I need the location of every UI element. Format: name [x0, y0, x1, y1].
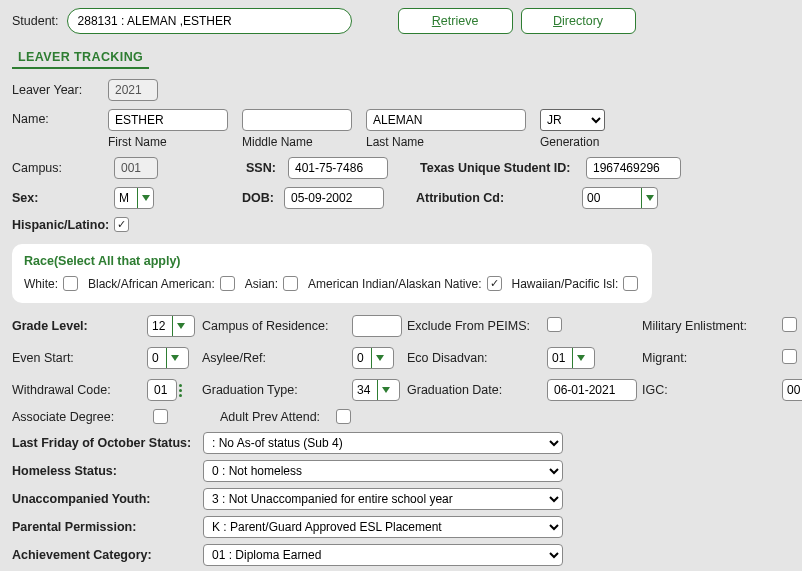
campusres-field[interactable]	[352, 315, 402, 337]
graddate-label: Graduation Date:	[407, 383, 547, 397]
asylee-label: Asylee/Ref:	[202, 351, 352, 365]
dob-field[interactable]	[284, 187, 384, 209]
name-label: Name:	[12, 109, 108, 126]
evenstart-label: Even Start:	[12, 351, 147, 365]
pacific-checkbox[interactable]	[623, 276, 638, 291]
unaccyouth-select[interactable]: 3 : Not Unaccompanied for entire school …	[203, 488, 563, 510]
retrieve-button[interactable]: Retrieve	[398, 8, 513, 34]
migrant-checkbox[interactable]	[782, 349, 797, 364]
generation-caption: Generation	[540, 135, 605, 149]
native-label: American Indian/Alaskan Native:	[308, 277, 481, 291]
evenstart-dropdown[interactable]	[147, 347, 189, 369]
attrcd-dropdown[interactable]	[582, 187, 658, 209]
adultprev-checkbox[interactable]	[336, 409, 351, 424]
chevron-down-icon[interactable]	[166, 348, 182, 368]
unaccyouth-label: Unaccompanied Youth:	[12, 492, 197, 506]
leaver-year-field	[108, 79, 158, 101]
generation-select[interactable]: JR	[540, 109, 605, 131]
txid-label: Texas Unique Student ID:	[420, 161, 580, 175]
first-name-caption: First Name	[108, 135, 228, 149]
white-label: White:	[24, 277, 58, 291]
lastfriday-label: Last Friday of October Status:	[12, 436, 197, 450]
race-title: Race(Select All that apply)	[24, 254, 640, 268]
ssn-field[interactable]	[288, 157, 388, 179]
assoc-label: Associate Degree:	[12, 410, 147, 424]
chevron-down-icon[interactable]	[172, 316, 188, 336]
tab-leaver-tracking[interactable]: LEAVER TRACKING	[12, 46, 149, 69]
first-name-field[interactable]	[108, 109, 228, 131]
chevron-down-icon[interactable]	[371, 348, 387, 368]
withdrawal-label: Withdrawal Code:	[12, 383, 147, 397]
igc-label: IGC:	[642, 383, 782, 397]
mil-enlist-label: Military Enlistment:	[642, 319, 782, 333]
native-checkbox[interactable]: ✓	[487, 276, 502, 291]
adultprev-label: Adult Prev Attend:	[220, 410, 330, 424]
pacific-label: Hawaiian/Pacific Isl:	[512, 277, 619, 291]
gradtype-label: Graduation Type:	[202, 383, 352, 397]
achievement-label: Achievement Category:	[12, 548, 197, 562]
igc-dropdown[interactable]	[782, 379, 802, 401]
attrcd-value[interactable]	[583, 189, 641, 207]
chevron-down-icon[interactable]	[377, 380, 393, 400]
chevron-down-icon[interactable]	[137, 188, 153, 208]
eco-label: Eco Disadvan:	[407, 351, 547, 365]
white-checkbox[interactable]	[63, 276, 78, 291]
assoc-checkbox[interactable]	[153, 409, 168, 424]
hispanic-label: Hispanic/Latino:	[12, 218, 108, 232]
eco-dropdown[interactable]	[547, 347, 595, 369]
attrcd-label: Attribution Cd:	[416, 191, 576, 205]
last-name-caption: Last Name	[366, 135, 526, 149]
gradelevel-label: Grade Level:	[12, 319, 147, 333]
sex-dropdown[interactable]	[114, 187, 154, 209]
student-input[interactable]	[67, 8, 352, 34]
graddate-field[interactable]	[547, 379, 637, 401]
gradelevel-dropdown[interactable]	[147, 315, 195, 337]
parental-select[interactable]: K : Parent/Guard Approved ESL Placement	[203, 516, 563, 538]
campus-field	[114, 157, 158, 179]
hispanic-checkbox[interactable]: ✓	[114, 217, 129, 232]
student-label: Student:	[12, 14, 59, 28]
ssn-label: SSN:	[246, 161, 282, 175]
leaver-year-label: Leaver Year:	[12, 83, 102, 97]
middle-name-caption: Middle Name	[242, 135, 352, 149]
middle-name-field[interactable]	[242, 109, 352, 131]
black-label: Black/African American:	[88, 277, 215, 291]
migrant-label: Migrant:	[642, 351, 782, 365]
last-name-field[interactable]	[366, 109, 526, 131]
homeless-select[interactable]: 0 : Not homeless	[203, 460, 563, 482]
lastfriday-select[interactable]: : No As-of status (Sub 4)	[203, 432, 563, 454]
campus-label: Campus:	[12, 161, 108, 175]
sex-label: Sex:	[12, 191, 108, 205]
homeless-label: Homeless Status:	[12, 464, 197, 478]
achievement-select[interactable]: 01 : Diploma Earned	[203, 544, 563, 566]
campusres-label: Campus of Residence:	[202, 319, 352, 333]
withdrawal-field[interactable]	[147, 379, 177, 401]
exclude-peims-checkbox[interactable]	[547, 317, 562, 332]
chevron-down-icon[interactable]	[572, 348, 588, 368]
mil-enlist-checkbox[interactable]	[782, 317, 797, 332]
sex-value[interactable]	[115, 189, 137, 207]
txid-field[interactable]	[586, 157, 681, 179]
race-panel: Race(Select All that apply) White: Black…	[12, 244, 652, 303]
chevron-down-icon[interactable]	[641, 188, 657, 208]
dob-label: DOB:	[242, 191, 278, 205]
exclude-peims-label: Exclude From PEIMS:	[407, 319, 547, 333]
directory-button[interactable]: Directory	[521, 8, 636, 34]
asylee-dropdown[interactable]	[352, 347, 394, 369]
parental-label: Parental Permission:	[12, 520, 197, 534]
asian-label: Asian:	[245, 277, 278, 291]
black-checkbox[interactable]	[220, 276, 235, 291]
gradtype-dropdown[interactable]	[352, 379, 400, 401]
asian-checkbox[interactable]	[283, 276, 298, 291]
ellipsis-vertical-icon[interactable]	[179, 384, 182, 397]
